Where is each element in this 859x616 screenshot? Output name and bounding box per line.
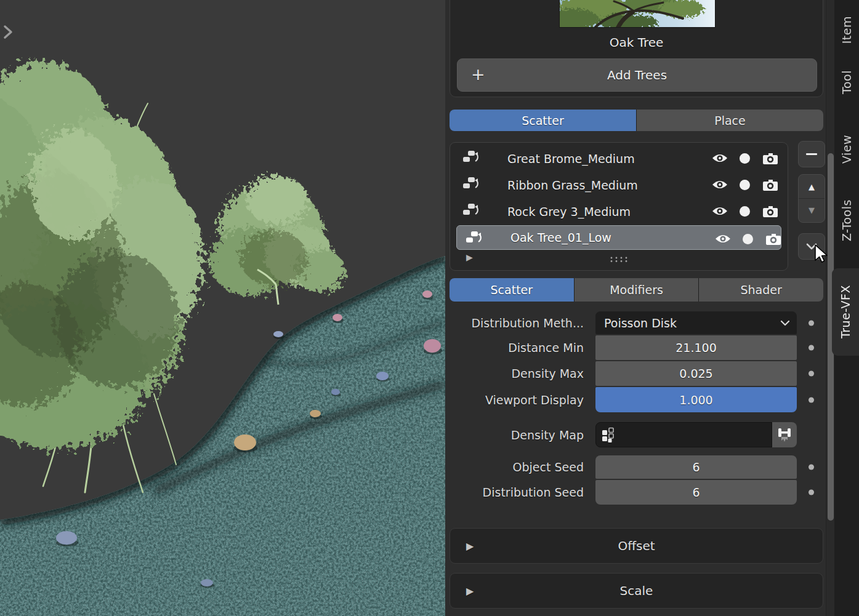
remove-item-button[interactable] [798,141,825,167]
decorator-dot[interactable] [809,490,814,495]
triangle-up-icon: ▲ [809,182,815,191]
tab-shader[interactable]: Shader [699,278,823,302]
density-map-paint-button[interactable] [772,422,797,447]
density-map-field[interactable] [595,422,772,447]
tab-scatter-mode[interactable]: Scatter [450,110,636,131]
distance-min-field[interactable]: 21.100 [595,335,797,360]
tab-z-tools[interactable]: Z-Tools [834,190,859,251]
chevron-down-icon [780,320,790,326]
distance-min-label: Distance Min [450,335,584,360]
list-item-label: Ribbon Grass_Medium [507,178,638,192]
tab-place-mode[interactable]: Place [637,110,823,131]
list-item[interactable]: Rock Grey 3_Medium [454,198,784,225]
distribution-method-label: Distribution Meth... [450,311,584,334]
prop-viewport-display: Viewport Display 1.000 [450,387,823,412]
asset-title: Oak Tree [450,35,823,50]
decorator-dot[interactable] [809,345,814,351]
eye-icon[interactable] [714,233,732,245]
distribution-method-dropdown[interactable]: Poisson Disk [595,311,797,334]
prop-distribution-method: Distribution Meth... Poisson Disk [450,311,823,334]
scatter-system-list: Great Brome_Medium Ribbon Grass_Medium [450,142,788,271]
mode-tabs: Scatter Place [450,110,823,131]
triangle-right-icon: ▶ [466,540,474,552]
decorator-dot[interactable] [809,397,814,402]
offset-section-header[interactable]: ▶ Offset [450,528,823,564]
instanced-object-icon [462,177,479,193]
decorator-dot[interactable] [809,320,814,326]
tab-scatter[interactable]: Scatter [450,278,574,302]
prop-density-max: Density Max 0.025 [450,361,823,386]
viewport-display-slider[interactable]: 1.000 [595,387,797,412]
paint-stamp-icon [777,427,792,443]
tab-item[interactable]: Item [834,10,859,50]
density-max-label: Density Max [450,361,584,386]
dot-icon[interactable] [740,180,750,190]
eye-icon[interactable] [711,152,728,164]
density-map-label: Density Map [450,422,584,447]
scale-section-header[interactable]: ▶ Scale [450,573,823,609]
camera-icon[interactable] [765,232,781,246]
dot-icon[interactable] [740,206,750,217]
expand-arrow-icon[interactable]: ▶ [466,252,473,262]
prop-distribution-seed: Distribution Seed 6 [450,480,823,505]
chevron-down-icon [806,243,817,250]
decorator-dot[interactable] [809,465,814,470]
offset-section-label: Offset [618,538,655,553]
oak-tree-photo [560,0,715,27]
blender-window: Oak Tree + Add Trees Scatter Place Great… [0,0,859,616]
instanced-object-icon [466,231,482,247]
camera-icon[interactable] [762,178,778,191]
dot-icon[interactable] [743,234,753,244]
list-menu-button[interactable] [798,233,825,260]
density-max-field[interactable]: 0.025 [595,361,797,386]
distribution-seed-label: Distribution Seed [450,480,584,505]
list-item-selected[interactable]: Oak Tree_01_Low [456,225,781,250]
plus-icon: + [471,65,485,84]
list-item-label: Great Brome_Medium [507,152,635,166]
move-item-buttons: ▲ ▼ [798,174,825,223]
distribution-method-value: Poisson Disk [604,316,677,330]
detail-tabs: Scatter Modifiers Shader [450,278,823,302]
drag-dots-icon[interactable] [610,256,628,263]
prop-object-seed: Object Seed 6 [450,455,823,479]
move-item-down-button[interactable]: ▼ [799,199,825,222]
list-footer: ▶ [454,251,784,268]
texture-checker-icon [602,427,616,443]
camera-icon[interactable] [762,151,778,165]
decorator-dot[interactable] [809,371,814,377]
triangle-right-icon: ▶ [466,585,474,597]
eye-icon[interactable] [711,178,728,191]
prop-distance-min: Distance Min 21.100 [450,335,823,360]
3d-viewport[interactable] [0,0,445,616]
asset-thumbnail[interactable] [560,0,715,27]
triangle-down-icon: ▼ [809,206,815,215]
tab-tool[interactable]: Tool [834,64,859,100]
chevron-right-icon[interactable] [1,23,15,41]
prop-density-map: Density Map [450,422,823,447]
tab-true-vfx[interactable]: True-VFX [832,268,859,356]
sidebar-tabstrip: Item Tool View Z-Tools True-VFX [834,0,859,616]
instanced-object-icon [462,203,479,219]
list-item[interactable]: Ribbon Grass_Medium [454,172,784,198]
dot-icon[interactable] [740,153,750,164]
add-trees-label: Add Trees [607,68,667,82]
tab-modifiers[interactable]: Modifiers [575,278,699,302]
list-item-label: Rock Grey 3_Medium [507,205,631,218]
object-seed-label: Object Seed [450,455,584,479]
move-item-up-button[interactable]: ▲ [799,175,825,198]
object-seed-field[interactable]: 6 [595,455,797,479]
asset-preview-box: Oak Tree + Add Trees [450,0,823,97]
add-trees-button[interactable]: + Add Trees [457,58,817,92]
eye-icon[interactable] [711,205,728,217]
tab-view[interactable]: View [834,128,859,171]
camera-icon[interactable] [762,204,778,218]
minus-icon [806,153,817,155]
instanced-object-icon [462,150,479,166]
distribution-seed-field[interactable]: 6 [595,480,797,505]
viewport-display-label: Viewport Display [450,387,584,412]
list-item[interactable]: Great Brome_Medium [454,145,784,172]
scale-section-label: Scale [620,583,653,598]
viewport-scene [0,0,445,616]
list-item-label: Oak Tree_01_Low [510,231,611,244]
